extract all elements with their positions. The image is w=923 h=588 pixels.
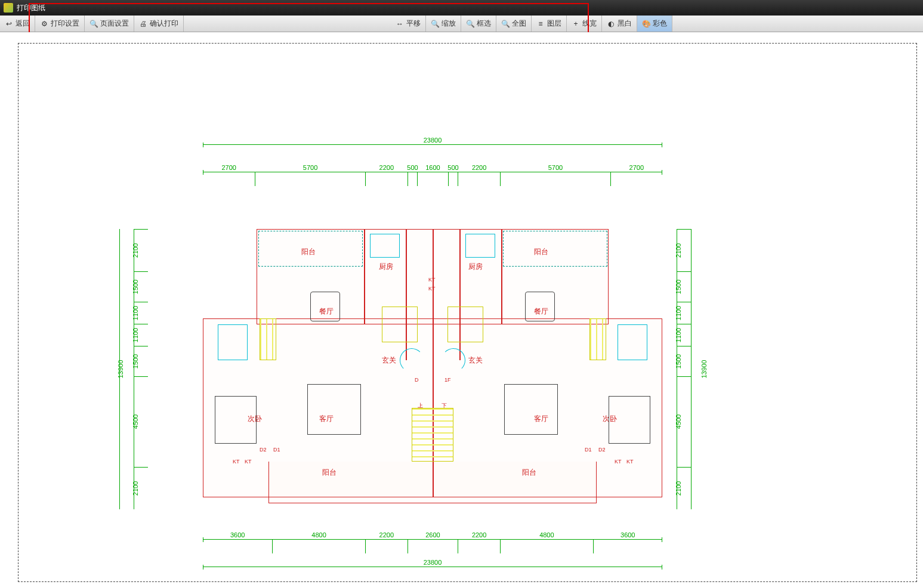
wall-v1 — [364, 229, 365, 324]
title-bar: 打印图纸 — [0, 0, 923, 16]
dim-seg: 500 — [448, 172, 458, 186]
dim-seg: 3600 — [593, 540, 662, 553]
plan-body: 阳台 厨房 餐厅 玄关 客厅 次卧 阳台 阳台 厨房 餐厅 玄关 客厅 次卧 阳… — [203, 229, 662, 497]
palette-icon: 🎨 — [642, 20, 650, 28]
dim-seg: 5700 — [500, 172, 610, 186]
dim-seg: 4800 — [272, 540, 365, 553]
box-select-button[interactable]: 🔍 框选 — [461, 16, 496, 32]
label-d1-r: D1 — [585, 447, 592, 453]
dimension-right: 2100150011001100150045002100 13900 — [677, 229, 710, 509]
page-icon: 🔍 — [89, 20, 98, 28]
dim-vseg: 2100 — [134, 229, 148, 271]
label-kt-4: KT — [245, 459, 252, 465]
label-kt-2: KT — [428, 286, 436, 292]
print-settings-button[interactable]: ⚙ 打印设置 — [35, 16, 85, 32]
layers-icon: ≡ — [536, 20, 545, 28]
dim-vseg: 1500 — [677, 346, 691, 376]
line-width-button[interactable]: + 线宽 — [567, 16, 602, 32]
label-entrance-l: 玄关 — [382, 355, 396, 366]
dimension-top: 23800 2700570022005001600500220057002700 — [203, 144, 662, 174]
dim-seg: 1600 — [417, 172, 448, 186]
dimension-left: 13900 2100150011001100150045002100 — [119, 229, 153, 509]
dim-vseg: 4500 — [677, 376, 691, 467]
dim-seg: 2200 — [365, 540, 408, 553]
back-button[interactable]: ↩ 返回 — [0, 16, 35, 32]
label-d1-l: D1 — [273, 447, 280, 453]
elevator-l — [382, 307, 418, 342]
bw-icon: ◐ — [607, 20, 615, 28]
canvas-area[interactable]: 23800 2700570022005001600500220057002700… — [0, 32, 923, 588]
page-settings-button[interactable]: 🔍 页面设置 — [85, 16, 134, 32]
color-button[interactable]: 🎨 彩色 — [637, 16, 672, 32]
layers-button[interactable]: ≡ 图层 — [532, 16, 567, 32]
label-entrance-r: 玄关 — [468, 355, 483, 366]
dim-vseg: 1500 — [134, 271, 148, 302]
furniture-bed-l — [215, 396, 257, 444]
door-arc-r — [442, 348, 465, 372]
bathroom-r — [618, 324, 647, 360]
label-kt-1: KT — [428, 277, 436, 283]
toolbar: ↩ 返回 ⚙ 打印设置 🔍 页面设置 🖨 确认打印 ↔ 平移 🔍 缩放 🔍 框选 — [0, 16, 923, 32]
dim-vseg: 1100 — [677, 302, 691, 324]
confirm-print-button[interactable]: 🖨 确认打印 — [134, 16, 184, 32]
dim-seg: 2200 — [365, 172, 408, 186]
dim-vseg: 2100 — [677, 467, 691, 509]
balcony-dashed-tl — [258, 231, 363, 267]
printer-icon: 🖨 — [139, 20, 147, 28]
dim-seg: 2700 — [203, 172, 255, 186]
label-kitchen-l: 厨房 — [379, 262, 393, 272]
furniture-dining-table-r — [525, 292, 555, 321]
pan-button[interactable]: ↔ 平移 — [391, 16, 426, 32]
door-arc-l — [400, 348, 424, 372]
balcony-dashed-tr — [503, 231, 607, 267]
bathroom-l — [218, 324, 248, 360]
dim-seg: 5700 — [255, 172, 365, 186]
label-kt-6: KT — [626, 459, 634, 465]
fit-all-button[interactable]: 🔍 全图 — [496, 16, 532, 32]
label-balcony-bl: 阳台 — [322, 468, 337, 478]
dim-vseg: 1100 — [677, 324, 691, 346]
furniture-dining-table-l — [310, 292, 340, 321]
dim-seg: 2200 — [458, 172, 500, 186]
pan-icon: ↔ — [396, 20, 404, 28]
stair-central — [412, 408, 453, 462]
dim-seg: 2600 — [408, 540, 458, 553]
zoom-icon: 🔍 — [431, 20, 439, 28]
app-icon — [4, 3, 13, 13]
bw-button[interactable]: ◐ 黑白 — [602, 16, 637, 32]
label-d2-r: D2 — [598, 447, 606, 453]
stair-right-unit — [589, 318, 606, 360]
toolbar-group-right: ↔ 平移 🔍 缩放 🔍 框选 🔍 全图 ≡ 图层 + 线宽 ◐ 黑白 🎨 — [391, 16, 672, 32]
dim-seg: 4800 — [500, 540, 592, 553]
kitchen-counter-r — [465, 234, 495, 258]
app-title: 打印图纸 — [17, 3, 45, 13]
dimension-bottom: 3600480022002600220048003600 23800 — [203, 539, 662, 569]
zoom-button[interactable]: 🔍 缩放 — [426, 16, 461, 32]
dim-vseg: 4500 — [134, 376, 148, 467]
dim-vseg: 1100 — [134, 302, 148, 324]
fit-icon: 🔍 — [501, 20, 510, 28]
dim-seg: 500 — [408, 172, 417, 186]
line-width-icon: + — [572, 20, 580, 28]
furniture-bed-r — [609, 396, 650, 444]
label-1f: 1F — [444, 377, 451, 383]
furniture-sofa-r — [504, 384, 558, 435]
gear-icon: ⚙ — [40, 20, 48, 28]
dim-vseg: 1100 — [134, 324, 148, 346]
dim-seg: 3600 — [203, 540, 272, 553]
label-d: D — [415, 377, 419, 383]
dim-seg: 2200 — [458, 540, 500, 553]
stair-left-unit — [260, 318, 276, 360]
dim-vseg: 1500 — [677, 271, 691, 302]
box-select-icon: 🔍 — [466, 20, 474, 28]
furniture-sofa-l — [307, 384, 361, 435]
dim-vseg: 2100 — [134, 467, 148, 509]
dim-vseg: 2100 — [677, 229, 691, 271]
elevator-r — [447, 307, 483, 342]
dim-vseg: 1500 — [134, 346, 148, 376]
label-kitchen-r: 厨房 — [468, 262, 483, 272]
back-arrow-icon: ↩ — [5, 20, 13, 28]
label-kt-5: KT — [615, 459, 622, 465]
label-kt-3: KT — [233, 459, 240, 465]
label-balcony-br: 阳台 — [522, 468, 536, 478]
